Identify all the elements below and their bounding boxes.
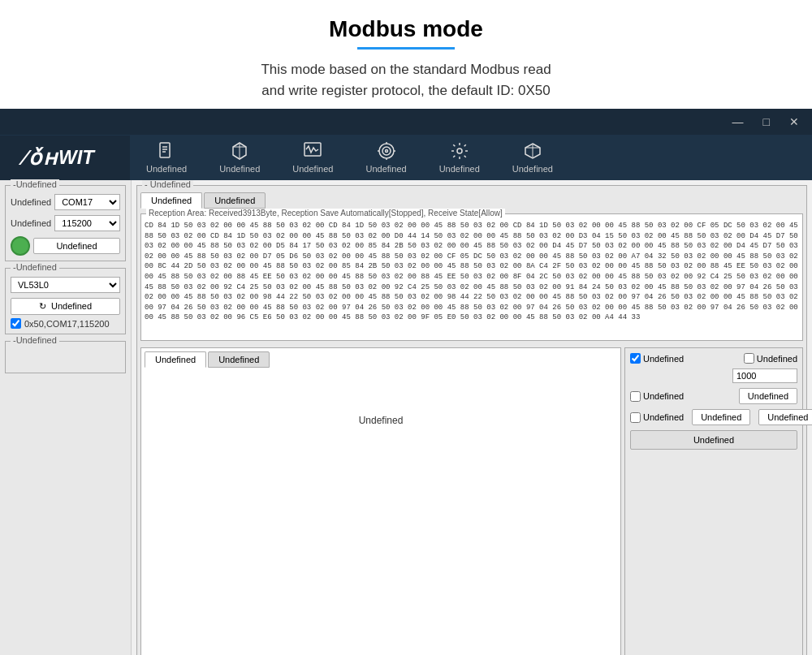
toolbar-item-3[interactable]: Undefined (349, 135, 422, 180)
panel-group-2: -Undefined VL53L0 ↻ Undefined 0x50,COM17… (5, 268, 126, 334)
ctrl-input-row (630, 368, 797, 383)
toolbar-item-1[interactable]: Undefined (203, 135, 276, 180)
svg-point-15 (457, 149, 462, 153)
ctrl-chk-2[interactable] (744, 353, 754, 364)
ctrl-row-1: Undefined Undefined (630, 353, 797, 364)
reception-content: CD 84 1D 50 03 02 00 00 45 88 50 03 02 0… (141, 214, 802, 340)
right-panel-title: - Undefined (142, 180, 193, 189)
chart-area: Undefined Undefined Undefined (140, 347, 621, 655)
baud-row: Undefined 115200 (11, 215, 120, 231)
ctrl-row-3: Undefined Undefined (630, 388, 797, 404)
indicator-row: Undefined (11, 236, 120, 256)
reception-title: Reception Area: Received3913Byte, Recept… (146, 209, 505, 218)
com-label: Undefined (11, 197, 51, 207)
toolbar-item-5[interactable]: Undefined (496, 135, 569, 180)
svg-point-8 (379, 144, 394, 158)
app-window: — □ ✕ ∕ǒʜ WIT Undefined (0, 109, 812, 180)
main-content: -Undefined Undefined COM17 Undefined 115… (0, 180, 812, 655)
document-icon (157, 141, 176, 161)
controls-inner: Undefined Undefined (624, 347, 803, 655)
panel-group-1-title: -Undefined (11, 179, 59, 189)
left-panel: -Undefined Undefined COM17 Undefined 115… (0, 180, 132, 655)
toolbar-item-2[interactable]: Undefined (276, 135, 349, 180)
config-label: 0x50,COM17,115200 (24, 319, 110, 329)
page-title: Modbus mode (0, 16, 812, 42)
svg-text:WIT: WIT (58, 146, 96, 168)
toolbar-label-1: Undefined (219, 164, 260, 174)
sensor-row: VL53L0 (11, 277, 120, 293)
refresh-button[interactable]: ↻ Undefined (11, 298, 120, 315)
bottom-tab-0[interactable]: Undefined (145, 351, 206, 368)
ctrl-checkbox-3[interactable]: Undefined (630, 391, 684, 402)
toolbar-items: Undefined Undefined Undefined (130, 135, 812, 180)
box-icon (230, 141, 249, 161)
bottom-tabs: Undefined Undefined (141, 348, 620, 368)
ctrl-checkbox-4[interactable]: Undefined (630, 412, 684, 423)
logo-text: ∕ǒʜ (23, 145, 58, 170)
checkbox-row: 0x50,COM17,115200 (11, 318, 120, 329)
svg-point-10 (385, 150, 387, 153)
panel-group-3-title: -Undefined (11, 335, 59, 345)
page-subtitle: This mode based on the standard Modbus r… (0, 59, 812, 101)
ctrl-big-btn[interactable]: Undefined (630, 430, 797, 450)
refresh-row: ↻ Undefined (11, 298, 120, 315)
ctrl-checkbox-1[interactable]: Undefined (630, 353, 684, 364)
connection-indicator (11, 236, 30, 256)
toolbar-label-4: Undefined (439, 164, 480, 174)
waveform-icon (303, 141, 322, 161)
baud-label: Undefined (11, 218, 51, 228)
chart-placeholder-label: Undefined (359, 415, 404, 426)
right-main-group: - Undefined Undefined Undefined Receptio… (136, 185, 807, 655)
toolbar-label-2: Undefined (292, 164, 333, 174)
ctrl-btn-2[interactable]: Undefined (692, 409, 750, 425)
title-underline (357, 47, 455, 50)
config-checkbox[interactable] (11, 318, 21, 329)
bottom-area: Undefined Undefined Undefined (140, 347, 803, 655)
toolbar: ∕ǒʜ WIT Undefined (0, 135, 812, 180)
ctrl-checkbox-2[interactable]: Undefined (744, 353, 797, 364)
ctrl-chk-4[interactable] (630, 412, 641, 423)
ctrl-btn-1[interactable]: Undefined (739, 388, 797, 404)
toolbar-logo: ∕ǒʜ WIT (0, 136, 130, 180)
right-controls: Undefined Undefined (624, 347, 803, 655)
minimize-button[interactable]: — (728, 114, 749, 130)
ctrl-chk-1[interactable] (630, 353, 641, 364)
panel-group-1: -Undefined Undefined COM17 Undefined 115… (5, 185, 126, 261)
toolbar-label-0: Undefined (146, 164, 187, 174)
tab-1[interactable]: Undefined (204, 192, 266, 209)
wit-logo-svg: WIT (58, 146, 107, 169)
indicator-button[interactable]: Undefined (33, 238, 120, 254)
com-row: Undefined COM17 (11, 194, 120, 210)
reception-group: Reception Area: Received3913Byte, Recept… (140, 213, 803, 341)
refresh-icon: ↻ (39, 301, 46, 311)
ctrl-input[interactable] (732, 368, 797, 383)
com-select[interactable]: COM17 (54, 194, 120, 210)
panel-group-2-title: -Undefined (11, 262, 59, 272)
page-header: Modbus mode This mode based on the stand… (0, 0, 812, 109)
bottom-tab-1[interactable]: Undefined (208, 351, 270, 368)
right-panel: - Undefined Undefined Undefined Receptio… (132, 180, 812, 655)
settings-icon (450, 141, 469, 161)
baud-select[interactable]: 115200 (54, 215, 120, 231)
main-tab-bar: Undefined Undefined (140, 192, 803, 209)
target-icon (377, 141, 396, 161)
title-bar: — □ ✕ (0, 109, 812, 135)
cube-icon (523, 141, 542, 161)
toolbar-label-5: Undefined (512, 164, 553, 174)
svg-point-9 (382, 147, 391, 155)
ctrl-btn-3[interactable]: Undefined (758, 409, 812, 425)
title-bar-controls: — □ ✕ (728, 114, 804, 130)
close-button[interactable]: ✕ (784, 114, 804, 130)
panel-group-3: -Undefined (5, 341, 126, 373)
toolbar-item-0[interactable]: Undefined (130, 135, 203, 180)
ctrl-row-4: Undefined Undefined Undefined (630, 409, 797, 425)
ctrl-chk-3[interactable] (630, 391, 641, 402)
toolbar-label-3: Undefined (365, 164, 406, 174)
maximize-button[interactable]: □ (758, 114, 775, 130)
toolbar-item-4[interactable]: Undefined (423, 135, 496, 180)
tab-0[interactable]: Undefined (140, 192, 202, 209)
sensor-select[interactable]: VL53L0 (11, 277, 120, 293)
svg-rect-1 (160, 143, 170, 157)
